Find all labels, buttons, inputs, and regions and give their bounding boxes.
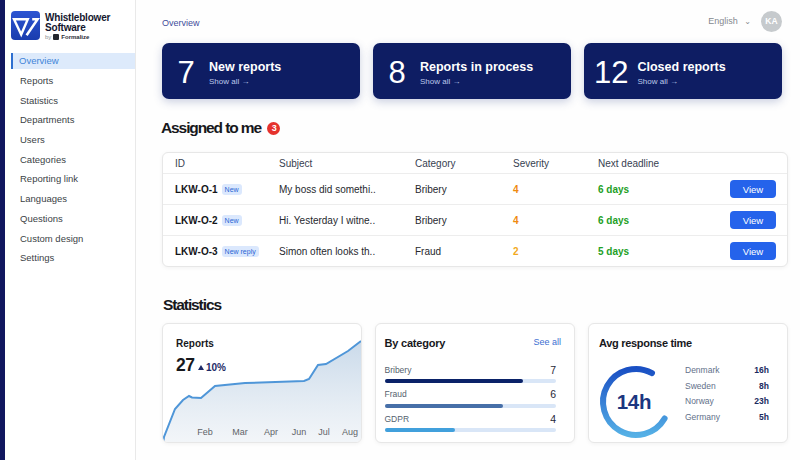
svg-text:Jul: Jul xyxy=(318,427,330,437)
svg-text:Apr: Apr xyxy=(264,427,278,437)
svg-text:Feb: Feb xyxy=(197,427,213,437)
svg-text:Mar: Mar xyxy=(232,427,248,437)
svg-text:Aug: Aug xyxy=(342,427,358,437)
svg-text:Jun: Jun xyxy=(292,427,307,437)
